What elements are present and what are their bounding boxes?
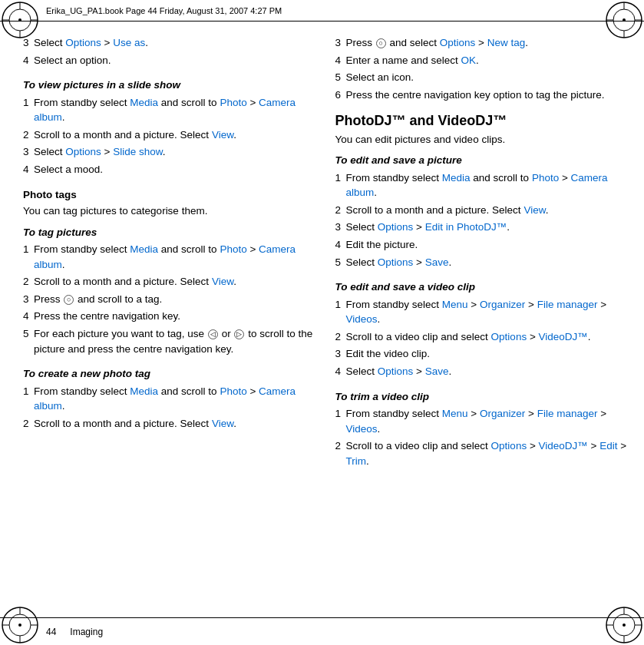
step-3-options-link: Options: [65, 37, 101, 48]
sl-step-3-num: 3: [23, 144, 34, 160]
header-bar: Erika_UG_PA1.book Page 44 Friday, August…: [0, 0, 644, 22]
ev-step-4-text: Select Options > Save.: [346, 364, 452, 379]
nav-icon-left: ◁: [208, 329, 218, 339]
sl-step-1: 1 From standby select Media and scroll t…: [23, 95, 317, 125]
r-gap-1: [335, 104, 629, 112]
tr-org-link: Organizer: [480, 408, 525, 419]
footer-page-num: 44: [46, 627, 56, 637]
ep-step-3-num: 3: [335, 220, 346, 235]
sl-step-4-num: 4: [23, 162, 34, 177]
gap-1: [23, 70, 317, 78]
tr-opt-link: Options: [491, 440, 527, 452]
ev-fm-link: File manager: [537, 299, 598, 310]
r-step-3-num: 3: [335, 35, 346, 51]
ep-media-link: Media: [442, 172, 471, 184]
ep-step-4: 4 Edit the picture.: [335, 237, 629, 253]
r-nav-icon: ○: [376, 38, 386, 48]
sl-step-1-text: From standby select Media and scroll to …: [34, 95, 317, 125]
tr-step-1: 1 From standby select Menu > Organizer >…: [335, 406, 629, 436]
n1-album-link: Camera album: [34, 385, 296, 412]
step-4-text: Select an option.: [34, 53, 111, 68]
new-tag-heading: To create a new photo tag: [23, 366, 317, 382]
tag-pictures-heading: To tag pictures: [23, 225, 317, 240]
tr-fm-link: File manager: [537, 408, 598, 419]
ep5-opt-link: Options: [378, 256, 414, 268]
ep-step-1-text: From standby select Media and scroll to …: [346, 170, 629, 200]
sl-step-2-text: Scroll to a month and a picture. Select …: [34, 127, 236, 143]
tr-vid-link: Videos: [346, 423, 378, 435]
ev-step-4-num: 4: [335, 364, 346, 379]
ev-step-4: 4 Select Options > Save.: [335, 364, 629, 379]
ep-album-link: Camera album: [346, 172, 608, 199]
new-tag-step-1-num: 1: [23, 384, 34, 414]
tag-step-3: 3 Press ○ and scroll to a tag.: [23, 292, 317, 307]
ep-step-4-text: Edit the picture.: [346, 237, 418, 253]
sl-photo-link: Photo: [220, 97, 246, 108]
step-4-num: 4: [23, 53, 34, 68]
sl-album-link: Camera album: [34, 97, 296, 124]
r-step-3: 3 Press ○ and select Options > New tag.: [335, 35, 629, 51]
tag-album-link: Camera album: [34, 243, 296, 270]
step-3-useas-link: Use as: [113, 37, 145, 48]
photo-tags-heading: Photo tags: [23, 187, 317, 203]
r-step-6-text: Press the centre navigation key option t…: [346, 88, 605, 103]
ev-step-3-num: 3: [335, 346, 346, 362]
r-gap-4: [335, 382, 629, 389]
ep-step-2-num: 2: [335, 203, 346, 218]
tag-step-1-num: 1: [23, 242, 34, 272]
trim-heading: To trim a video clip: [335, 389, 629, 405]
tag-step-1-text: From standby select Media and scroll to …: [34, 242, 317, 272]
main-content: 3 Select Options > Use as. 4 Select an o…: [0, 22, 644, 617]
slideshow-heading: To view pictures in a slide show: [23, 78, 317, 93]
new-tag-step-2-text: Scroll to a month and a picture. Select …: [34, 416, 236, 432]
tr-menu-link: Menu: [442, 408, 468, 419]
ep-step-3: 3 Select Options > Edit in PhotoDJ™.: [335, 220, 629, 235]
sl-step-1-num: 1: [23, 95, 34, 125]
ev-step-1: 1 From standby select Menu > Organizer >…: [335, 297, 629, 327]
n2-view-link: View: [212, 418, 233, 429]
r-step-5: 5 Select an icon.: [335, 70, 629, 85]
right-column: 3 Press ○ and select Options > New tag. …: [335, 35, 629, 604]
tag-step-2-num: 2: [23, 274, 34, 289]
ev-step-3: 3 Edit the video clip.: [335, 346, 629, 362]
ep-step-5-text: Select Options > Save.: [346, 255, 452, 270]
sl-step-4-text: Select a mood.: [34, 162, 103, 177]
tag-view-link: View: [212, 276, 233, 287]
ep-step-5-num: 5: [335, 255, 346, 270]
tag-step-5: 5 For each picture you want to tag, use …: [23, 326, 317, 356]
ev-vdj-link: VideoDJ™: [539, 331, 588, 342]
header-text: Erika_UG_PA1.book Page 44 Friday, August…: [46, 6, 282, 15]
tag-step-2: 2 Scroll to a month and a picture. Selec…: [23, 274, 317, 289]
tag-media-link: Media: [130, 243, 158, 255]
step-4-select-option: 4 Select an option.: [23, 53, 317, 68]
r-step-5-text: Select an icon.: [346, 70, 414, 85]
tag-photo-link: Photo: [220, 243, 246, 255]
photodj-body: You can edit pictures and video clips.: [335, 132, 629, 147]
sl-step-3: 3 Select Options > Slide show.: [23, 144, 317, 160]
ev-org-link: Organizer: [480, 299, 525, 310]
ep-step-1-num: 1: [335, 170, 346, 200]
ep-step-3-text: Select Options > Edit in PhotoDJ™.: [346, 220, 510, 235]
r-step-4: 4 Enter a name and select OK.: [335, 53, 629, 68]
tr-edit-link: Edit: [599, 440, 617, 452]
ev-step-2: 2 Scroll to a video clip and select Opti…: [335, 329, 629, 345]
new-tag-step-2-num: 2: [23, 416, 34, 432]
ep-opt-link: Options: [378, 221, 414, 233]
ep5-save-link: Save: [425, 256, 449, 268]
footer-section: Imaging: [70, 627, 103, 637]
r-step-4-num: 4: [335, 53, 346, 68]
tag-step-4-text: Press the centre navigation key.: [34, 309, 180, 324]
r-step-6: 6 Press the centre navigation key option…: [335, 88, 629, 103]
ev4-save-link: Save: [425, 366, 449, 377]
ep-photo-link: Photo: [532, 172, 559, 184]
tag-step-4: 4 Press the centre navigation key.: [23, 309, 317, 324]
tag-step-5-text: For each picture you want to tag, use ◁ …: [34, 326, 317, 356]
ev-opt-link: Options: [491, 331, 527, 342]
ep-step-5: 5 Select Options > Save.: [335, 255, 629, 270]
tr-step-2-text: Scroll to a video clip and select Option…: [346, 438, 629, 468]
n1-media-link: Media: [130, 385, 158, 397]
r-step-5-num: 5: [335, 70, 346, 85]
tag-step-3-num: 3: [23, 292, 34, 307]
left-column: 3 Select Options > Use as. 4 Select an o…: [23, 35, 317, 604]
new-tag-step-2: 2 Scroll to a month and a picture. Selec…: [23, 416, 317, 432]
